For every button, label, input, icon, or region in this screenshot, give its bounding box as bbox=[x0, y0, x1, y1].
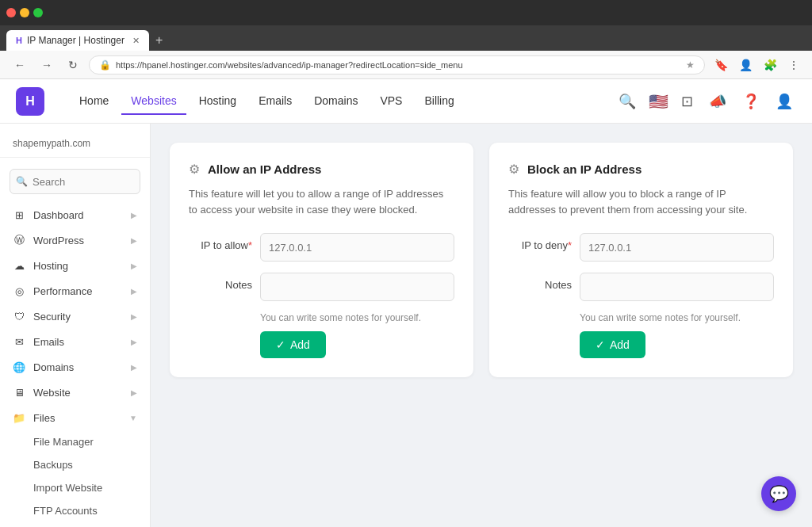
allow-notes-form-group: Notes bbox=[189, 273, 454, 301]
search-icon: 🔍 bbox=[16, 176, 28, 187]
wordpress-icon: Ⓦ bbox=[13, 234, 25, 246]
security-icon: 🛡 bbox=[13, 310, 25, 323]
block-card-title: Block an IP Address bbox=[527, 162, 642, 176]
allow-card-header: ⚙ Allow an IP Address bbox=[189, 162, 454, 177]
help-button[interactable]: ❓ bbox=[739, 90, 763, 113]
language-flag[interactable]: 🇺🇸 bbox=[649, 92, 668, 111]
sidebar-sub-ftp-accounts[interactable]: FTP Accounts bbox=[0, 499, 150, 522]
sidebar-emails-label: Emails bbox=[33, 336, 64, 348]
allow-notes-label: Notes bbox=[189, 273, 252, 291]
dashboard-expand-icon: ▶ bbox=[131, 211, 137, 220]
sidebar: shapemypath.com 🔍 ⊞ Dashboard ▶ Ⓦ WordPr… bbox=[0, 124, 151, 527]
refresh-button[interactable]: ↻ bbox=[63, 55, 82, 74]
main-content: ⚙ Allow an IP Address This feature will … bbox=[151, 124, 812, 527]
sidebar-sub-file-manager[interactable]: File Manager bbox=[0, 430, 150, 453]
chat-bubble-button[interactable]: 💬 bbox=[761, 476, 796, 511]
search-button[interactable]: 🔍 bbox=[615, 90, 639, 113]
performance-expand-icon: ▶ bbox=[131, 287, 137, 296]
sidebar-security-label: Security bbox=[33, 311, 71, 323]
sidebar-item-website[interactable]: 🖥 Website ▶ bbox=[0, 380, 150, 405]
sidebar-wordpress-label: WordPress bbox=[33, 235, 84, 246]
nav-websites[interactable]: Websites bbox=[121, 88, 186, 115]
allow-ip-input[interactable] bbox=[260, 233, 454, 262]
sidebar-item-hosting[interactable]: ☁ Hosting ▶ bbox=[0, 253, 150, 278]
block-ip-label: IP to deny* bbox=[508, 233, 572, 251]
new-tab-button[interactable]: + bbox=[149, 30, 169, 51]
nav-billing[interactable]: Billing bbox=[415, 88, 463, 115]
block-add-button[interactable]: ✓ Add bbox=[580, 331, 645, 358]
sidebar-item-dashboard[interactable]: ⊞ Dashboard ▶ bbox=[0, 202, 150, 227]
cards-row: ⚙ Allow an IP Address This feature will … bbox=[170, 143, 793, 377]
allow-notes-hint: You can write some notes for yourself. bbox=[260, 312, 454, 323]
bookmark-button[interactable]: 🔖 bbox=[711, 55, 731, 74]
block-card-description: This feature will allow you to block a r… bbox=[508, 186, 774, 217]
sidebar-sub-import-website[interactable]: Import Website bbox=[0, 476, 150, 499]
sidebar-performance-label: Performance bbox=[33, 285, 92, 297]
sidebar-dashboard-label: Dashboard bbox=[33, 209, 84, 221]
nav-home[interactable]: Home bbox=[70, 88, 118, 115]
allow-add-button[interactable]: ✓ Add bbox=[260, 331, 326, 358]
sidebar-item-emails[interactable]: ✉ Emails ▶ bbox=[0, 329, 150, 354]
block-add-label: Add bbox=[610, 338, 630, 351]
nav-emails[interactable]: Emails bbox=[249, 88, 301, 115]
files-icon: 📁 bbox=[13, 411, 25, 424]
website-icon: 🖥 bbox=[13, 386, 25, 399]
notifications-button[interactable]: 📣 bbox=[706, 90, 730, 113]
block-ip-input[interactable] bbox=[580, 233, 774, 262]
allow-ip-label: IP to allow* bbox=[189, 233, 252, 251]
active-tab[interactable]: H IP Manager | Hostinger ✕ bbox=[6, 30, 149, 51]
sidebar-files-label: Files bbox=[33, 412, 55, 424]
nav-vps[interactable]: VPS bbox=[370, 88, 412, 115]
sidebar-sub-backups[interactable]: Backups bbox=[0, 453, 150, 476]
dashboard-icon: ⊞ bbox=[13, 208, 25, 221]
url-display: https://hpanel.hostinger.com/websites/ad… bbox=[116, 60, 463, 70]
block-ip-card: ⚙ Block an IP Address This feature will … bbox=[489, 143, 793, 377]
block-notes-input[interactable] bbox=[580, 273, 774, 301]
menu-button[interactable]: ⋮ bbox=[785, 55, 802, 74]
profile-button[interactable]: 👤 bbox=[736, 55, 756, 74]
sidebar-domains-label: Domains bbox=[33, 361, 74, 373]
allow-gear-icon: ⚙ bbox=[189, 162, 200, 177]
address-bar[interactable]: 🔒 https://hpanel.hostinger.com/websites/… bbox=[89, 55, 705, 74]
tab-close-btn[interactable]: ✕ bbox=[132, 36, 140, 46]
sidebar-item-domains[interactable]: 🌐 Domains ▶ bbox=[0, 354, 150, 380]
nav-right-actions: 🔍 🇺🇸 ⊡ 📣 ❓ 👤 bbox=[615, 90, 796, 113]
sidebar-item-wordpress[interactable]: Ⓦ WordPress ▶ bbox=[0, 227, 150, 253]
performance-icon: ◎ bbox=[13, 285, 25, 297]
allow-ip-form-group: IP to allow* bbox=[189, 233, 454, 262]
allow-add-checkmark-icon: ✓ bbox=[276, 338, 285, 351]
sidebar-hosting-label: Hosting bbox=[33, 260, 68, 272]
block-card-header: ⚙ Block an IP Address bbox=[508, 162, 774, 177]
security-expand-icon: ▶ bbox=[131, 312, 137, 321]
domains-expand-icon: ▶ bbox=[131, 363, 137, 372]
block-notes-hint: You can write some notes for yourself. bbox=[580, 312, 774, 323]
emails-icon: ✉ bbox=[13, 335, 25, 348]
top-navigation: H Home Websites Hosting Emails Domains V… bbox=[0, 79, 812, 124]
tab-title: IP Manager | Hostinger bbox=[27, 35, 124, 46]
windows-button[interactable]: ⊡ bbox=[678, 90, 696, 113]
sidebar-item-files[interactable]: 📁 Files ▼ bbox=[0, 405, 150, 430]
allow-add-label: Add bbox=[290, 338, 310, 351]
nav-hosting[interactable]: Hosting bbox=[190, 88, 246, 115]
block-add-checkmark-icon: ✓ bbox=[596, 338, 605, 351]
sidebar-item-performance[interactable]: ◎ Performance ▶ bbox=[0, 278, 150, 304]
wordpress-expand-icon: ▶ bbox=[131, 236, 137, 245]
back-button[interactable]: ← bbox=[10, 55, 30, 74]
sidebar-search-container: 🔍 bbox=[0, 164, 150, 202]
block-gear-icon: ⚙ bbox=[508, 162, 519, 177]
hosting-icon: ☁ bbox=[13, 259, 25, 272]
sidebar-search-input[interactable] bbox=[10, 169, 140, 194]
sidebar-item-security[interactable]: 🛡 Security ▶ bbox=[0, 304, 150, 329]
nav-links: Home Websites Hosting Emails Domains VPS… bbox=[70, 88, 596, 115]
allow-notes-input[interactable] bbox=[260, 273, 454, 301]
block-notes-label: Notes bbox=[508, 273, 572, 291]
extensions-button[interactable]: 🧩 bbox=[760, 55, 780, 74]
account-button[interactable]: 👤 bbox=[772, 90, 796, 113]
allow-card-description: This feature will let you to allow a ran… bbox=[189, 186, 454, 217]
nav-domains[interactable]: Domains bbox=[304, 88, 367, 115]
sidebar-website-label: Website bbox=[33, 387, 71, 399]
allow-card-title: Allow an IP Address bbox=[208, 162, 321, 176]
forward-button[interactable]: → bbox=[36, 55, 57, 74]
browser-toolbar: ← → ↻ 🔒 https://hpanel.hostinger.com/web… bbox=[0, 51, 812, 79]
block-ip-form-group: IP to deny* bbox=[508, 233, 774, 262]
